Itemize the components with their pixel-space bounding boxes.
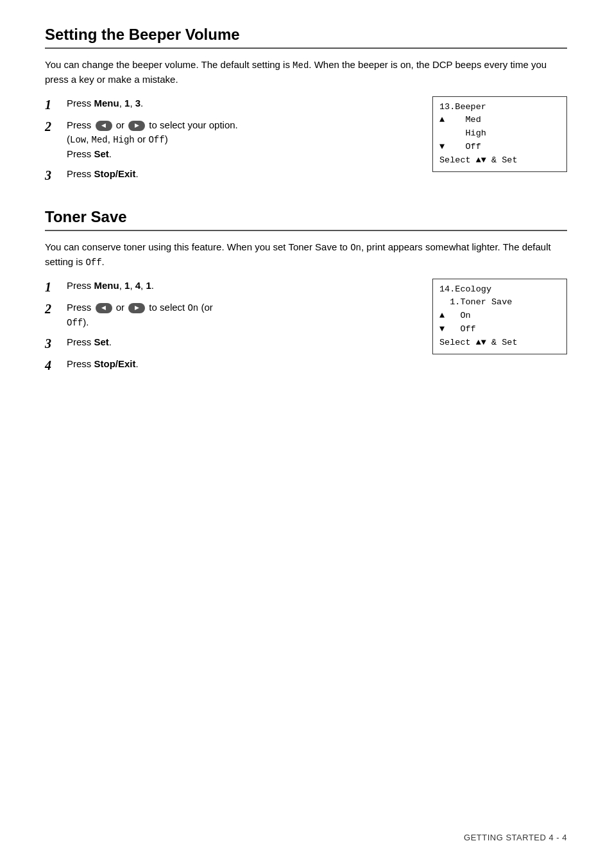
- on-value: On: [350, 243, 361, 253]
- section2-lcd-display: 14.Ecology 1.Toner Save ▲ On ▼ Off Selec…: [432, 279, 567, 355]
- section2-title: Toner Save: [45, 208, 567, 226]
- left-arrow-button: [96, 303, 112, 313]
- step1-content: Press Menu, 1, 3.: [67, 96, 143, 111]
- section2-step4: 4 Press Stop/Exit.: [45, 357, 413, 374]
- step-number: 3: [45, 335, 63, 352]
- section2-step2: 2 Press or to select On (or Off).: [45, 300, 413, 330]
- step-number: 2: [45, 118, 63, 135]
- set-key: Set: [94, 336, 109, 347]
- set-key: Set: [94, 148, 109, 159]
- section1-step1: 1 Press Menu, 1, 3.: [45, 96, 413, 113]
- section1-divider: [45, 48, 567, 49]
- section1-steps-list: 1 Press Menu, 1, 3. 2 Press or to select…: [45, 96, 413, 189]
- key-4: 4: [135, 280, 140, 291]
- key-1: 1: [124, 98, 130, 108]
- step3-content: Press Set.: [67, 335, 112, 350]
- section1-steps-area: 1 Press Menu, 1, 3. 2 Press or to select…: [45, 96, 567, 189]
- section1-intro: You can change the beeper volume. The de…: [45, 58, 567, 87]
- section1-title: Setting the Beeper Volume: [45, 26, 567, 44]
- step2-content: Press or to select your option. (Low, Me…: [67, 118, 238, 162]
- footer: GETTING STARTED 4 - 4: [464, 833, 567, 842]
- option-low: Low: [70, 135, 86, 145]
- section2-divider: [45, 230, 567, 231]
- key-1b: 1: [146, 280, 151, 291]
- option-off: Off: [148, 135, 164, 145]
- section1-step2: 2 Press or to select your option. (Low, …: [45, 118, 413, 162]
- step-number: 1: [45, 96, 63, 113]
- option-med: Med: [92, 135, 108, 145]
- key-1: 1: [124, 280, 130, 291]
- step-number: 1: [45, 279, 63, 295]
- off-option: Off: [67, 318, 83, 328]
- off-value: Off: [85, 257, 101, 268]
- section1-lcd-display: 13.Beeper ▲ Med High ▼ Off Select ▲▼ & S…: [432, 96, 567, 173]
- footer-text: GETTING STARTED 4 - 4: [464, 833, 567, 842]
- step2-content: Press or to select On (or Off).: [67, 300, 213, 330]
- left-arrow-button: [96, 121, 112, 131]
- step-number: 2: [45, 300, 63, 317]
- step-number: 4: [45, 357, 63, 374]
- stop-exit-key: Stop/Exit: [94, 358, 136, 369]
- step-number: 3: [45, 167, 63, 184]
- section1-default-value: Med: [293, 60, 309, 71]
- menu-key: Menu: [94, 98, 119, 108]
- step4-content: Press Stop/Exit.: [67, 357, 139, 372]
- key-3: 3: [135, 98, 140, 108]
- right-arrow-button: [128, 121, 145, 131]
- on-option: On: [187, 303, 198, 313]
- section2-steps-list: 1 Press Menu, 1, 4, 1. 2 Press or to sel…: [45, 279, 413, 379]
- section1-step3: 3 Press Stop/Exit.: [45, 167, 413, 184]
- step3-content: Press Stop/Exit.: [67, 167, 139, 182]
- section2-intro: You can conserve toner using this featur…: [45, 240, 567, 270]
- option-high: High: [113, 135, 135, 145]
- section2-step1: 1 Press Menu, 1, 4, 1.: [45, 279, 413, 295]
- section2-steps-area: 1 Press Menu, 1, 4, 1. 2 Press or to sel…: [45, 279, 567, 379]
- section2-step3: 3 Press Set.: [45, 335, 413, 352]
- right-arrow-button: [128, 303, 145, 313]
- stop-exit-key: Stop/Exit: [94, 168, 136, 179]
- menu-key: Menu: [94, 280, 119, 291]
- step1-content: Press Menu, 1, 4, 1.: [67, 279, 154, 293]
